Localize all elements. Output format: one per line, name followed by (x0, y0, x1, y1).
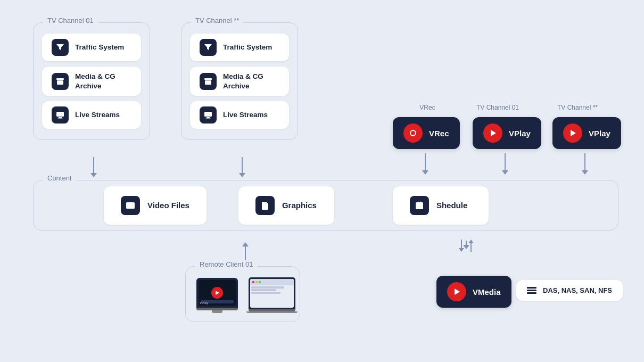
svg-rect-5 (58, 118, 63, 119)
vmedia-card[interactable]: VMedia (436, 276, 511, 308)
schedule-card[interactable]: Shedule (393, 186, 489, 225)
storage-card[interactable]: DAS, NAS, SAN, NFS (516, 280, 623, 301)
file-icon (255, 196, 275, 215)
media-archive-1-label: Media & CGArchive (75, 72, 115, 90)
traffic-system-1[interactable]: Traffic System (42, 34, 141, 61)
storage-icon (527, 287, 536, 294)
arrow-channel1-down (90, 157, 97, 177)
vrec-label: VRec (429, 129, 449, 138)
monitor-icon-2 (200, 106, 217, 124)
vmedia-label: VMedia (473, 287, 501, 297)
graphics-label: Graphics (282, 201, 317, 210)
media-archive-2[interactable]: Media & CGArchive (190, 67, 289, 96)
content-label: Content (43, 174, 76, 182)
svg-rect-20 (416, 202, 423, 209)
remote-client-label: Remote Client 01 (195, 260, 257, 268)
vplay2-channel-label: TV Channel ** (548, 104, 607, 111)
live-streams-2-label: Live Streams (223, 110, 268, 120)
arrow-remote-up (242, 242, 249, 262)
storage-label: DAS, NAS, SAN, NFS (543, 286, 612, 294)
vplay1-card[interactable]: VPlay (473, 117, 541, 149)
arrow-vplay2-down (582, 153, 588, 175)
arrow-vrec-down (422, 153, 428, 175)
remote-client-box: Remote Client 01 VPlay (185, 266, 300, 322)
record-icon (403, 124, 423, 143)
calendar-icon (410, 196, 429, 215)
svg-rect-21 (418, 201, 419, 203)
monitor-icon-1 (52, 106, 69, 124)
svg-rect-23 (417, 206, 422, 207)
svg-rect-4 (59, 117, 62, 118)
svg-marker-28 (216, 291, 219, 295)
vplay-screen: VPlay (196, 278, 238, 313)
play-icon-2 (563, 124, 582, 143)
tv-channel-01-label: TV Channel 01 (43, 17, 98, 24)
media-archive-1[interactable]: Media & CGArchive (42, 67, 141, 96)
live-streams-2[interactable]: Live Streams (190, 101, 289, 129)
archive-icon-2 (200, 73, 217, 90)
media-archive-2-label: Media & CGArchive (223, 72, 263, 90)
vplay2-card[interactable]: VPlay (552, 117, 621, 149)
svg-marker-26 (491, 130, 496, 136)
content-box: Content Video Files Graphics Shedule (33, 180, 618, 231)
video-files-card[interactable]: Video Files (104, 186, 207, 225)
tv-channel-2-label: TV Channel ** (191, 17, 243, 24)
traffic-system-2-label: Traffic System (223, 43, 272, 52)
vplay2-label: VPlay (589, 129, 610, 138)
tv-channel-01-box: TV Channel 01 Traffic System Media & CGA… (33, 22, 150, 140)
svg-rect-18 (133, 202, 134, 209)
vmedia-icon (447, 282, 466, 301)
live-streams-1[interactable]: Live Streams (42, 101, 141, 129)
svg-rect-2 (59, 82, 62, 83)
tv-channel-2-box: TV Channel ** Traffic System Media & CGA… (181, 22, 298, 140)
traffic-system-2[interactable]: Traffic System (190, 34, 289, 61)
svg-marker-27 (571, 130, 576, 136)
vplay1-label: VPlay (509, 129, 531, 138)
svg-rect-0 (56, 78, 64, 80)
video-files-label: Video Files (147, 201, 189, 210)
svg-rect-9 (207, 82, 210, 83)
traffic-system-1-label: Traffic System (75, 43, 124, 52)
filter-icon-2 (200, 39, 217, 56)
arrow-vplay1-down (502, 153, 508, 175)
svg-rect-11 (207, 117, 210, 118)
film-icon (121, 196, 140, 215)
vrec-channel-label: VRec (398, 104, 457, 111)
archive-icon-1 (52, 73, 69, 90)
graphics-card[interactable]: Graphics (238, 186, 334, 225)
svg-point-25 (411, 131, 415, 135)
svg-rect-7 (204, 78, 212, 80)
live-streams-1-label: Live Streams (75, 110, 120, 120)
svg-rect-17 (127, 202, 128, 209)
vplay1-channel-label: TV Channel 01 (468, 104, 527, 111)
vmedia-screen (246, 277, 298, 313)
diagram: TV Channel 01 Traffic System Media & CGA… (0, 0, 644, 362)
schedule-label: Shedule (436, 201, 467, 210)
svg-marker-29 (455, 289, 460, 295)
filter-icon-1 (52, 39, 69, 56)
svg-rect-12 (206, 118, 211, 119)
arrow-channel2-down (239, 157, 245, 177)
vrec-card[interactable]: VRec (393, 117, 460, 149)
remote-screens: VPlay (196, 277, 289, 313)
play-icon-1 (483, 124, 502, 143)
svg-rect-22 (420, 201, 421, 203)
arrow-bidirectional (459, 240, 474, 252)
